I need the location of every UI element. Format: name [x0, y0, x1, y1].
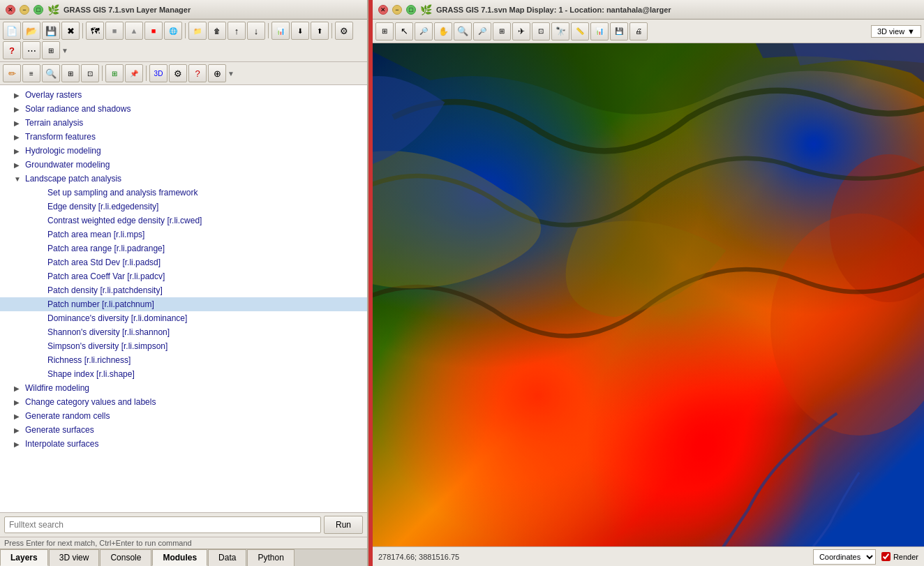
map-analyze-btn[interactable]: 📊: [590, 22, 609, 40]
tab-console[interactable]: Console: [100, 549, 151, 566]
save-workspace-btn[interactable]: 💾: [42, 22, 60, 40]
tab-python[interactable]: Python: [247, 549, 294, 566]
add-vector-btn[interactable]: ▲: [125, 22, 143, 40]
tree-item-dominances-diversity[interactable]: Dominance's diversity [r.li.dominance]: [0, 311, 367, 325]
tree-item-patch-number[interactable]: Patch number [r.li.patchnum]: [0, 297, 367, 311]
minimize-btn[interactable]: −: [20, 5, 29, 15]
new-workspace-btn[interactable]: 📄: [3, 22, 21, 40]
map-minimize-btn[interactable]: −: [392, 5, 402, 15]
search-input[interactable]: [4, 516, 321, 533]
coordinates-selector[interactable]: Coordinates: [813, 549, 876, 565]
tab-3dview[interactable]: 3D view: [49, 549, 100, 566]
3d-btn[interactable]: 3D: [149, 64, 167, 82]
tree-item-generate-random[interactable]: ▶ Generate random cells: [0, 409, 367, 423]
map-measure-btn[interactable]: 📏: [571, 22, 589, 40]
tree-item-patch-area-mean[interactable]: Patch area mean [r.li.mps]: [0, 228, 367, 241]
region-vec-btn[interactable]: ⊡: [81, 64, 99, 82]
move-up-btn[interactable]: ↑: [228, 22, 246, 40]
add-vector2-btn[interactable]: ⊞: [105, 64, 124, 82]
tree-item-richness[interactable]: Richness [r.li.richness]: [0, 353, 367, 367]
more-btn[interactable]: ⋯: [22, 41, 40, 59]
tree-item-patch-area-range[interactable]: Patch area range [r.li.padrange]: [0, 241, 367, 255]
view-mode-arrow[interactable]: ▼: [907, 27, 915, 36]
add-rgb-btn[interactable]: ■: [144, 22, 163, 40]
tree-item-patch-area-coeff[interactable]: Patch area Coeff Var [r.li.padcv]: [0, 269, 367, 283]
render-checkbox[interactable]: [881, 552, 891, 561]
tree-item-setup-sampling[interactable]: Set up sampling and analysis framework: [0, 186, 367, 200]
map-maximize-btn[interactable]: □: [406, 5, 416, 15]
tree-item-shannons-diversity[interactable]: Shannon's diversity [r.li.shannon]: [0, 325, 367, 339]
tab-layers[interactable]: Layers: [0, 549, 48, 566]
close-btn[interactable]: ✕: [6, 5, 15, 15]
map-pan-btn[interactable]: ✋: [434, 22, 452, 40]
tree-item-landscape-patch-analysis[interactable]: ▼ Landscape patch analysis: [0, 172, 367, 186]
start-new-map-btn[interactable]: 🗺: [86, 22, 104, 40]
toggle-landscape-patch-analysis[interactable]: ▼: [14, 175, 25, 183]
draw-btn[interactable]: ✏: [3, 64, 21, 82]
add-group-btn[interactable]: 📁: [188, 22, 207, 40]
map-zoom-in-btn[interactable]: 🔍: [454, 22, 472, 40]
toggle-transform-features[interactable]: ▶: [14, 133, 25, 141]
map-new-btn[interactable]: ⊞: [375, 22, 394, 40]
export-btn[interactable]: ⬆: [311, 22, 329, 40]
extra2-btn[interactable]: ⊕: [208, 64, 226, 82]
add-annot-btn[interactable]: 📌: [125, 64, 143, 82]
toggle-change-category[interactable]: ▶: [14, 399, 25, 406]
add-wms-btn[interactable]: 🌐: [164, 22, 182, 40]
tree-item-patch-area-stddev[interactable]: Patch area Std Dev [r.li.padsd]: [0, 255, 367, 269]
tree-item-wildfire-modeling[interactable]: ▶ Wildfire modeling: [0, 381, 367, 395]
tree-item-generate-surfaces[interactable]: ▶ Generate surfaces: [0, 423, 367, 437]
toggle-terrain-analysis[interactable]: ▶: [14, 119, 25, 127]
tree-item-change-category[interactable]: ▶ Change category values and labels: [0, 395, 367, 409]
move-down-btn[interactable]: ↓: [247, 22, 265, 40]
map-close-btn[interactable]: ✕: [378, 5, 388, 15]
tree-item-groundwater-modeling[interactable]: ▶ Groundwater modeling: [0, 158, 367, 172]
tree-item-hydrologic-modeling[interactable]: ▶ Hydrologic modeling: [0, 144, 367, 158]
map-extent-btn[interactable]: ⊞: [493, 22, 511, 40]
tree-item-overlay-rasters[interactable]: ▶ Overlay rasters: [0, 88, 367, 102]
tab-data[interactable]: Data: [208, 549, 246, 566]
tree-item-edge-density[interactable]: Edge density [r.li.edgedensity]: [0, 200, 367, 214]
toggle-solar-radiance[interactable]: ▶: [14, 105, 25, 113]
help-btn[interactable]: ?: [3, 41, 21, 59]
map-zoom-region-btn[interactable]: ⊡: [532, 22, 550, 40]
toolbar2-arrow[interactable]: ▼: [228, 70, 234, 77]
settings-btn[interactable]: ⚙: [335, 22, 353, 40]
map-print-btn[interactable]: 🖨: [629, 22, 648, 40]
zoom-btn[interactable]: 🔍: [42, 64, 60, 82]
open-workspace-btn[interactable]: 📂: [22, 22, 40, 40]
toggle-interpolate-surfaces[interactable]: ▶: [14, 440, 25, 448]
attr-btn[interactable]: ≡: [22, 64, 40, 82]
close-workspace-btn[interactable]: ✖: [61, 22, 80, 40]
toggle-hydrologic-modeling[interactable]: ▶: [14, 147, 25, 155]
maximize-btn[interactable]: □: [33, 5, 43, 15]
tree-item-interpolate-surfaces[interactable]: ▶ Interpolate surfaces: [0, 437, 367, 451]
tree-item-shape-index[interactable]: Shape index [r.li.shape]: [0, 367, 367, 381]
tree-item-terrain-analysis[interactable]: ▶ Terrain analysis: [0, 116, 367, 130]
map-pointer-btn[interactable]: ↖: [395, 22, 413, 40]
toggle-generate-surfaces[interactable]: ▶: [14, 426, 25, 434]
tree-item-patch-density[interactable]: Patch density [r.li.patchdensity]: [0, 283, 367, 297]
tree-item-contrast-weighted[interactable]: Contrast weighted edge density [r.li.cwe…: [0, 214, 367, 228]
remove-layer-btn[interactable]: 🗑: [208, 22, 226, 40]
region-btn[interactable]: ⊞: [61, 64, 80, 82]
tree-item-solar-radiance[interactable]: ▶ Solar radiance and shadows: [0, 102, 367, 116]
toggle-wildfire-modeling[interactable]: ▶: [14, 385, 25, 392]
map-fly-btn[interactable]: ✈: [512, 22, 530, 40]
attribute-table-btn[interactable]: 📊: [271, 22, 290, 40]
toggle-generate-random[interactable]: ▶: [14, 412, 25, 420]
map-zoom-out2-btn[interactable]: 🔭: [551, 22, 569, 40]
map-zoom-out-btn[interactable]: 🔎: [473, 22, 491, 40]
add-raster-btn[interactable]: ■: [105, 22, 124, 40]
settings2-btn[interactable]: ⚙: [169, 64, 187, 82]
toggle-overlay-rasters[interactable]: ▶: [14, 91, 25, 99]
help2-btn[interactable]: ?: [188, 64, 207, 82]
tree-item-simpsons-diversity[interactable]: Simpson's diversity [r.li.simpson]: [0, 339, 367, 353]
run-button[interactable]: Run: [324, 516, 363, 534]
extra-btn[interactable]: ⊞: [42, 41, 60, 59]
toggle-groundwater-modeling[interactable]: ▶: [14, 161, 25, 169]
toolbar-arrow[interactable]: ▼: [61, 47, 68, 54]
tab-modules[interactable]: Modules: [152, 549, 207, 566]
import-btn[interactable]: ⬇: [291, 22, 309, 40]
map-query-btn[interactable]: 🔎: [415, 22, 433, 40]
